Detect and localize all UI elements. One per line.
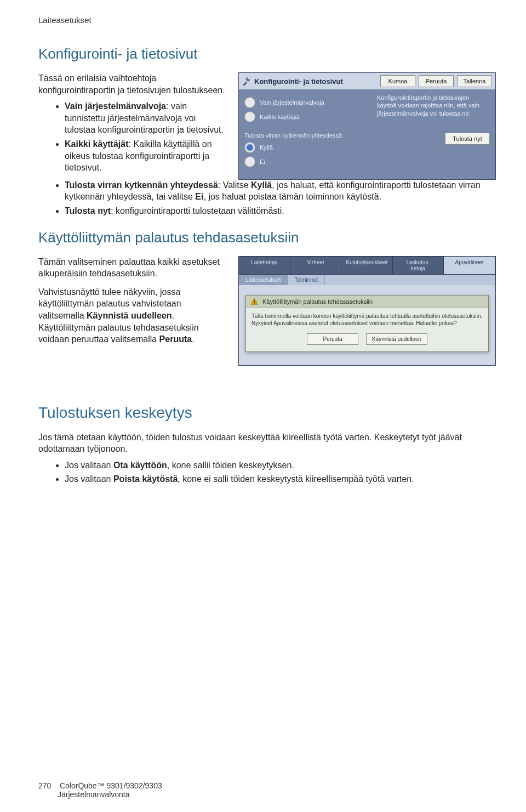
- shot1-title: Konfigurointi- ja tietosivut: [254, 77, 377, 86]
- tab-device-info[interactable]: Laitetietoja: [239, 257, 290, 274]
- radio-icon: [244, 142, 255, 153]
- product-name: ColorQube™ 9301/9302/9303: [60, 781, 162, 790]
- section2-title: Käyttöliittymän palautus tehdasasetuksii…: [38, 229, 496, 246]
- confirm-dialog: Käyttöliittymän palautus tehdasasetuksii…: [245, 295, 489, 352]
- bullet-allusers: Kaikki käyttäjät: Kaikilla käyttäjillä o…: [65, 138, 227, 174]
- wrench-icon: [242, 77, 251, 86]
- dialog-body-text: Tällä toiminnolla voidaan koneen käyttöl…: [246, 308, 488, 329]
- screenshot-config-info-pages: Konfigurointi- ja tietosivut Kumoa Peruu…: [238, 72, 496, 180]
- subtab-device-settings[interactable]: Laiteasetukset: [239, 275, 288, 285]
- screenshot-reset-ui: Laitetietoja Virheet Kulutustarvikkeet L…: [238, 256, 496, 366]
- bullet-enable: Jos valitaan Ota käyttöön, kone sallii t…: [65, 459, 496, 472]
- section2-p2: Vahvistusnäyttö tulee näkyviin, jossa kä…: [38, 286, 227, 345]
- tab-tools[interactable]: Apuvälineet: [444, 257, 495, 274]
- dialog-title-text: Käyttöliittymän palautus tehdasasetuksii…: [262, 298, 373, 305]
- shot1-subhead: Tulosta virran kytkennän yhteydessä: [244, 132, 370, 139]
- subtab-actions[interactable]: Toiminnot: [288, 275, 325, 285]
- print-now-button[interactable]: Tulosta nyt: [445, 133, 490, 145]
- dialog-cancel-button[interactable]: Peruuta: [307, 333, 358, 345]
- tab-billing[interactable]: Laskutus- tietoja: [393, 257, 444, 274]
- tab-errors[interactable]: Virheet: [290, 257, 342, 274]
- dialog-restart-button[interactable]: Käynnistä uudelleen: [366, 333, 427, 345]
- subtabs: Laiteasetukset Toiminnot: [239, 275, 495, 285]
- tabs: Laitetietoja Virheet Kulutustarvikkeet L…: [239, 257, 495, 275]
- doc-name: Järjestelmänvalvonta: [58, 790, 130, 799]
- section1-intro: Tässä on erilaisia vaihtoehtoja konfigur…: [38, 72, 227, 96]
- page-footer: 270 ColorQube™ 9301/9302/9303 Järjestelm…: [38, 781, 162, 799]
- bullet-admin: Vain järjestelmänvalvoja: vain tunnistet…: [65, 100, 227, 136]
- breadcrumb: Laiteasetukset: [38, 15, 496, 25]
- radio-icon: [244, 97, 255, 108]
- shot1-desc: Konfigurointiraportin ja tietosivujen kä…: [377, 94, 490, 117]
- bullet-print-on-power: Tulosta virran kytkennän yhteydessä: Val…: [65, 179, 496, 203]
- radio-yes[interactable]: Kyllä: [244, 142, 370, 153]
- section1-title: Konfigurointi- ja tietosivut: [38, 46, 496, 63]
- radio-icon: [244, 156, 255, 167]
- radio-icon: [244, 111, 255, 122]
- radio-admin-only[interactable]: Vain järjestelmänvalvoja: [244, 97, 370, 108]
- section3-p1: Jos tämä otetaan käyttöön, töiden tulost…: [38, 431, 496, 455]
- cancel-button[interactable]: Peruuta: [419, 75, 454, 87]
- bullet-disable: Jos valitaan Poista käytöstä, kone ei sa…: [65, 473, 496, 485]
- svg-rect-1: [254, 303, 254, 303]
- page-number: 270: [38, 781, 51, 790]
- warning-icon: [250, 298, 258, 305]
- section3-title: Tulostuksen keskeytys: [38, 404, 496, 422]
- tab-supplies[interactable]: Kulutustarvikkeet: [341, 257, 393, 274]
- undo-button[interactable]: Kumoa: [380, 75, 415, 87]
- radio-all-users[interactable]: Kaikki käyttäjät: [244, 111, 370, 122]
- save-button[interactable]: Tallenna: [457, 75, 492, 87]
- bullet-print-now: Tulosta nyt: konfigurointiraportti tulos…: [65, 205, 496, 217]
- radio-no[interactable]: Ei: [244, 156, 370, 167]
- section2-p1: Tämän valitseminen palauttaa kaikki aset…: [38, 256, 227, 280]
- svg-rect-0: [254, 300, 254, 302]
